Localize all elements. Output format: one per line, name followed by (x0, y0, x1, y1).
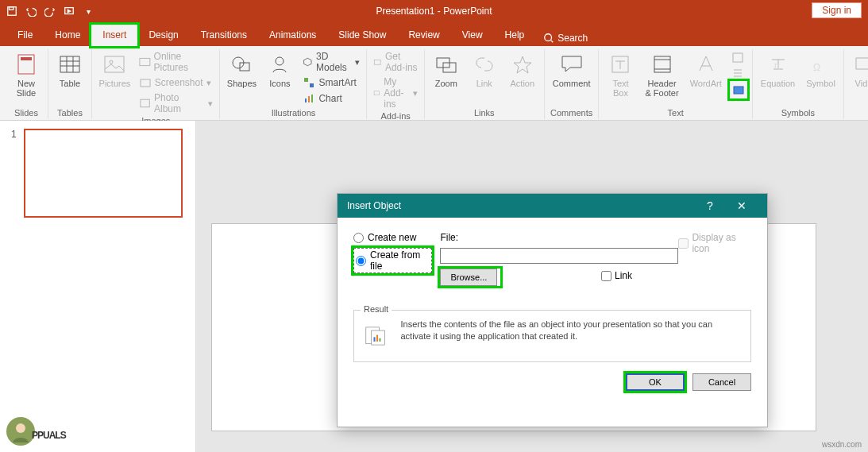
tab-file[interactable]: File (6, 25, 44, 46)
create-from-file-radio[interactable]: Create from file (353, 248, 432, 273)
my-addins-button[interactable]: My Add-ins ▾ (372, 75, 419, 111)
pictures-button[interactable]: Pictures (97, 49, 133, 91)
group-comments: Comment Comments (545, 49, 600, 119)
slide-number-button[interactable] (730, 65, 747, 81)
cancel-button[interactable]: Cancel (692, 373, 751, 391)
group-illustrations: Shapes Icons 3D Models ▾ SmartArt Chart … (220, 49, 367, 119)
watermark: wsxdn.com (822, 440, 862, 449)
tab-design[interactable]: Design (137, 25, 189, 46)
file-label: File: (440, 232, 678, 243)
link-checkbox[interactable]: Link (601, 270, 632, 281)
redo-icon[interactable] (41, 2, 59, 20)
save-icon[interactable] (3, 2, 21, 20)
svg-rect-16 (310, 83, 314, 87)
start-from-beginning-icon[interactable] (60, 2, 78, 20)
text-box-button[interactable]: Text Box (604, 49, 637, 100)
symbol-button[interactable]: ΩSymbol (803, 49, 839, 91)
svg-point-8 (110, 60, 113, 64)
link-button[interactable]: Link (468, 49, 501, 91)
tab-animations[interactable]: Animations (258, 25, 327, 46)
svg-point-14 (276, 57, 284, 65)
svg-rect-1 (10, 7, 14, 10)
result-description: Inserts the contents of the file as an o… (401, 319, 742, 342)
browse-button[interactable]: Browse... (440, 268, 497, 286)
help-icon[interactable]: ? (694, 199, 726, 212)
ok-button[interactable]: OK (626, 373, 685, 391)
header-footer-button[interactable]: Header & Footer (642, 49, 681, 100)
get-addins-button[interactable]: Get Add-ins (372, 49, 419, 75)
group-media: Vid… (844, 49, 868, 119)
result-legend: Result (361, 304, 392, 314)
qat-customize-icon[interactable]: ▾ (79, 2, 97, 20)
screenshot-button[interactable]: Screenshot ▾ (137, 75, 215, 91)
svg-rect-32 (372, 330, 385, 345)
tab-transitions[interactable]: Transitions (190, 25, 258, 46)
svg-rect-27 (734, 87, 743, 94)
search-box[interactable]: Search (543, 33, 588, 44)
svg-rect-9 (140, 58, 150, 65)
title-bar: ▾ Presentation1 - PowerPoint Sign in (0, 0, 868, 22)
search-label: Search (557, 33, 588, 44)
chart-button[interactable]: Chart (301, 91, 361, 106)
svg-rect-6 (60, 56, 79, 72)
tab-help[interactable]: Help (494, 25, 536, 46)
window-title: Presentation1 - PowerPoint (376, 6, 492, 17)
dialog-titlebar: Insert Object ? ✕ (338, 194, 767, 218)
undo-icon[interactable] (22, 2, 40, 20)
group-addins: Get Add-ins My Add-ins ▾ Add-ins (367, 49, 424, 119)
result-panel: Result Inserts the contents of the file … (353, 310, 751, 362)
tab-review[interactable]: Review (397, 25, 450, 46)
shapes-button[interactable]: Shapes (225, 49, 258, 91)
comment-button[interactable]: Comment (550, 49, 594, 91)
dialog-title: Insert Object (347, 200, 401, 211)
date-time-button[interactable] (730, 49, 747, 65)
close-icon[interactable]: ✕ (726, 199, 758, 212)
svg-point-3 (545, 34, 552, 41)
file-path-input[interactable] (440, 248, 678, 264)
object-button[interactable] (730, 81, 747, 99)
slide-thumbnail-1[interactable] (24, 129, 183, 218)
svg-rect-34 (376, 335, 378, 342)
zoom-button[interactable]: Zoom (430, 49, 463, 91)
svg-rect-21 (375, 91, 380, 95)
action-button[interactable]: Action (506, 49, 539, 91)
smartart-button[interactable]: SmartArt (301, 75, 361, 91)
group-links: Zoom Link Action Links (425, 49, 545, 119)
svg-rect-30 (856, 58, 868, 69)
svg-rect-11 (141, 99, 149, 106)
group-slides: New Slide Slides (5, 49, 48, 119)
display-as-icon-checkbox[interactable]: Display as icon (678, 232, 751, 254)
create-new-radio[interactable]: Create new (353, 232, 432, 243)
photo-album-button[interactable]: Photo Album ▾ (137, 91, 215, 116)
svg-rect-20 (375, 60, 381, 64)
icons-button[interactable]: Icons (263, 49, 296, 91)
svg-rect-19 (311, 95, 313, 102)
svg-point-37 (16, 423, 25, 433)
tab-slideshow[interactable]: Slide Show (327, 25, 397, 46)
online-pictures-button[interactable]: Online Pictures (137, 49, 215, 75)
svg-text:π: π (773, 60, 780, 71)
slide-number: 1 (11, 129, 19, 140)
tab-view[interactable]: View (451, 25, 494, 46)
3d-models-button[interactable]: 3D Models ▾ (301, 49, 361, 75)
svg-rect-17 (305, 99, 307, 102)
sign-in-button[interactable]: Sign in (812, 2, 862, 18)
tab-insert[interactable]: Insert (91, 25, 137, 46)
table-button[interactable]: Table (53, 49, 87, 91)
svg-rect-33 (373, 337, 375, 342)
svg-rect-26 (733, 53, 743, 62)
wordart-button[interactable]: WordArt (687, 49, 725, 91)
ribbon-tabs: File Home Insert Design Transitions Anim… (0, 22, 868, 46)
group-symbols: πEquation ΩSymbol Symbols (753, 49, 844, 119)
group-text: Text Box Header & Footer WordArt Text (599, 49, 752, 119)
svg-rect-18 (308, 96, 310, 102)
svg-rect-10 (141, 79, 150, 87)
new-slide-button[interactable]: New Slide (10, 49, 43, 100)
appuals-logo: PPUALS (5, 414, 66, 447)
equation-button[interactable]: πEquation (758, 49, 798, 91)
quick-access-toolbar: ▾ (3, 2, 97, 20)
ribbon: New Slide Slides Table Tables Pictures O… (0, 46, 868, 121)
tab-home[interactable]: Home (44, 25, 91, 46)
video-button[interactable]: Vid… (849, 49, 868, 91)
svg-rect-25 (654, 56, 670, 72)
